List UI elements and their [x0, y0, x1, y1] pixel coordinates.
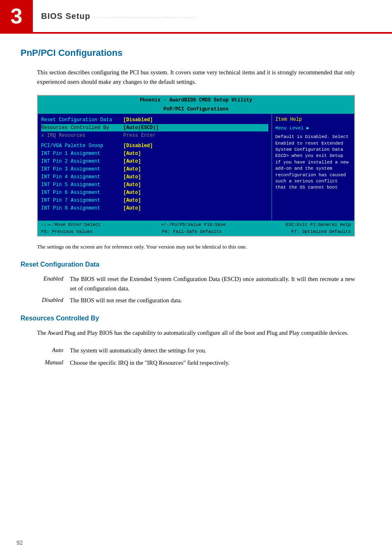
page-content: PnP/PCI Configurations This section desc… [0, 34, 392, 555]
definition-block-reset: Enabled The BIOS will reset the Extended… [37, 274, 355, 306]
bios-label-int2: INT Pin 2 Assignment [41, 158, 123, 165]
bios-value-irq: Press Enter [123, 132, 156, 139]
bios-footer-optimized: F7: Optimized Defaults [291, 228, 351, 235]
bios-label-int7: INT Pin 7 Assignment [41, 197, 123, 204]
header-dots: ........................................ [95, 12, 197, 20]
bios-label-resources: Resources Controlled By [41, 124, 123, 131]
bios-row-resources: Resources Controlled By [Auto(ESCD)] [41, 124, 268, 131]
bios-row-int1: INT Pin 1 Assignment [Auto] [41, 150, 268, 157]
bios-row-int3: INT Pin 3 Assignment [Auto] [41, 166, 268, 173]
bios-row-int7: INT Pin 7 Assignment [Auto] [41, 197, 268, 204]
bios-value-int1: [Auto] [123, 150, 141, 157]
bios-footer-value: +/-/PU/PD:Value F10:Save [161, 221, 226, 228]
bios-item-help-title: Item Help [275, 116, 351, 123]
bios-value-int2: [Auto] [123, 158, 141, 165]
bios-row-vga: PCI/VGA Palette Snoop [Disabled] [41, 142, 268, 150]
bios-row-int6: INT Pin 6 Assignment [Auto] [41, 189, 268, 196]
bios-right-panel: Item Help Menu Level ▶ Default is Disabl… [272, 114, 354, 221]
bios-row-int5: INT Pin 5 Assignment [Auto] [41, 181, 268, 189]
def-desc-disabled: The BIOS will not reset the configuratio… [70, 296, 355, 305]
page-number: 92 [16, 539, 23, 547]
bios-label-reset: Reset Configuration Data [41, 116, 123, 124]
def-term-auto: Auto [37, 346, 70, 355]
def-term-disabled: Disabled [37, 296, 70, 305]
bios-help-text: Default is Disabled. Select Enabled to r… [275, 134, 351, 191]
bios-value-reset: [Disabled] [123, 116, 153, 124]
bios-value-int3: [Auto] [123, 166, 141, 173]
bios-label-int3: INT Pin 3 Assignment [41, 166, 123, 173]
bios-row-int4: INT Pin 4 Assignment [Auto] [41, 173, 268, 181]
def-desc-auto: The system will automatically detect the… [70, 346, 355, 355]
bios-value-int5: [Auto] [123, 181, 141, 189]
def-term-enabled: Enabled [37, 274, 70, 283]
bios-row-int2: INT Pin 2 Assignment [Auto] [41, 158, 268, 165]
bios-value-int8: [Auto] [123, 205, 141, 212]
bios-title-line2: PnP/PCI Configurations [38, 105, 354, 114]
bios-label-int4: INT Pin 4 Assignment [41, 173, 123, 181]
section-title: PnP/PCI Configurations [21, 46, 371, 60]
def-desc-manual: Choose the specific IRQ in the "IRQ Reso… [70, 358, 355, 368]
header-title: BIOS Setup [41, 10, 90, 22]
subsection-title-reset: Reset Configuration Data [21, 260, 371, 269]
bios-menu-level: Menu Level ▶ [275, 125, 351, 131]
bios-footer: ↑↓→←:Move Enter:Select +/-/PU/PD:Value F… [38, 221, 354, 236]
def-row-disabled: Disabled The BIOS will not reset the con… [37, 296, 355, 305]
header-bar: 3 BIOS Setup ...........................… [0, 0, 392, 33]
bios-footer-row1: ↑↓→←:Move Enter:Select +/-/PU/PD:Value F… [41, 221, 351, 228]
header-title-area: BIOS Setup .............................… [33, 0, 392, 32]
bios-value-vga: [Disabled] [123, 142, 153, 150]
bios-label-int5: INT Pin 5 Assignment [41, 181, 123, 189]
bios-value-int4: [Auto] [123, 173, 141, 181]
bios-footer-failsafe: F6: Fail-Safe Defaults [162, 228, 221, 235]
subsection-title-resources: Resources Controlled By [21, 313, 371, 323]
resources-intro: The Award Plug and Play BIOS has the cap… [37, 328, 355, 338]
def-row-enabled: Enabled The BIOS will reset the Extended… [37, 274, 355, 293]
bios-value-resources: [Auto(ESCD)] [123, 124, 159, 131]
def-term-manual: Manual [37, 358, 70, 367]
bios-label-int6: INT Pin 6 Assignment [41, 189, 123, 196]
bios-screenshot: Phoenix - AwardBIOS CMOS Setup Utility P… [37, 95, 355, 237]
bios-row-reset: Reset Configuration Data [Disabled] [41, 116, 268, 124]
bios-footer-move: ↑↓→←:Move Enter:Select [41, 221, 101, 228]
definition-block-resources: Auto The system will automatically detec… [37, 346, 355, 367]
intro-text: This section describes configuring the P… [37, 68, 355, 87]
def-desc-enabled: The BIOS will reset the Extended System … [70, 274, 355, 293]
bios-footer-exit: ESC:Exit F1:General Help [286, 221, 351, 228]
bios-row-int8: INT Pin 8 Assignment [Auto] [41, 205, 268, 212]
bios-title-line1: Phoenix - AwardBIOS CMOS Setup Utility [38, 96, 354, 105]
bios-value-int7: [Auto] [123, 197, 141, 204]
bios-label-irq: x IRQ Resources [41, 132, 123, 139]
caption-text: The settings on the screen are for refer… [37, 243, 355, 251]
bios-label-int8: INT Pin 8 Assignment [41, 205, 123, 212]
def-row-auto: Auto The system will automatically detec… [37, 346, 355, 355]
bios-row-irq: x IRQ Resources Press Enter [41, 132, 268, 139]
bios-footer-row2: F5: Previous Values F6: Fail-Safe Defaul… [41, 228, 351, 235]
bios-left-panel: Reset Configuration Data [Disabled] Reso… [38, 114, 272, 221]
chapter-number: 3 [0, 0, 33, 32]
bios-value-int6: [Auto] [123, 189, 141, 196]
def-row-manual: Manual Choose the specific IRQ in the "I… [37, 358, 355, 368]
bios-label-vga: PCI/VGA Palette Snoop [41, 142, 123, 150]
bios-label-int1: INT Pin 1 Assignment [41, 150, 123, 157]
bios-body: Reset Configuration Data [Disabled] Reso… [38, 114, 354, 221]
bios-footer-prev: F5: Previous Values [41, 228, 92, 235]
